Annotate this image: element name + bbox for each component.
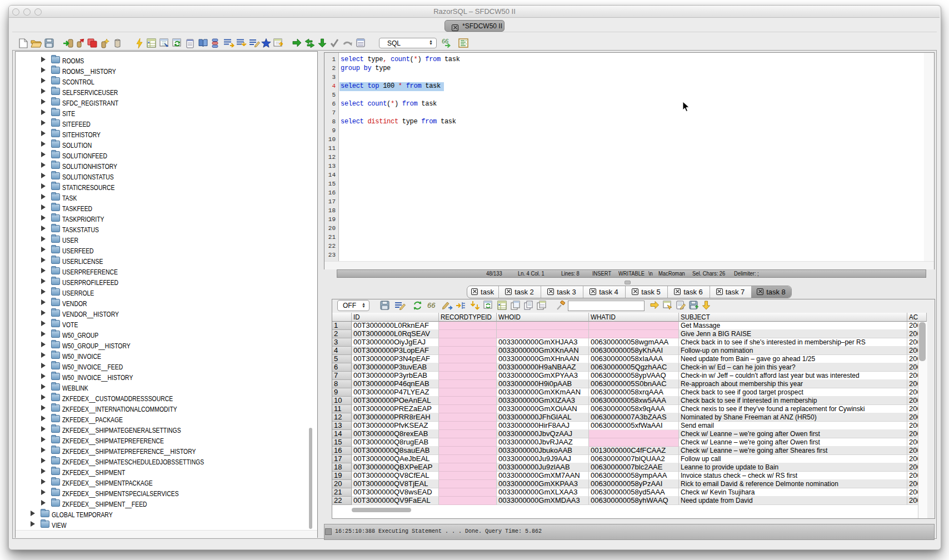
svg-text:66: 66: [427, 302, 436, 309]
